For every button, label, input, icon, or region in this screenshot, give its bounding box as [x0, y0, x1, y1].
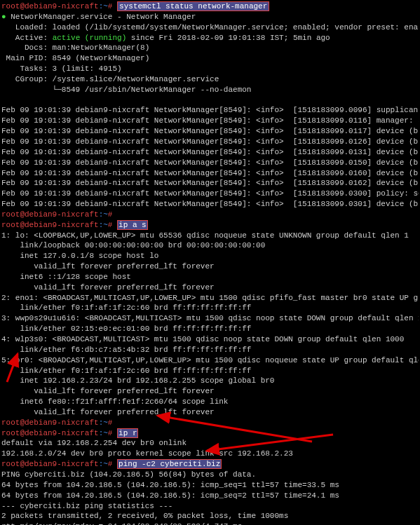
ip-line: 3: wwp0s29u1u6i6: <BROADCAST,MULTICAST> …: [1, 313, 419, 324]
route-line: default via 192.168.2.254 dev br0 onlink: [1, 438, 419, 449]
ip-line: link/ether f0:1f:af:1f:2c:60 brd ff:ff:f…: [1, 366, 419, 376]
ping-line: 64 bytes from 104.20.186.5 (104.20.186.5…: [1, 491, 419, 501]
prompt-line-2[interactable]: root@debian9-nixcraft:~# ip a s: [1, 220, 419, 231]
terminal-output: root@debian9-nixcraft:~# systemctl statu…: [1, 1, 419, 525]
cgroup-line2: └─8549 /usr/sbin/NetworkManager --no-dae…: [1, 85, 419, 95]
log-line: Feb 09 19:01:39 debian9-nixcraft Network…: [1, 168, 419, 179]
tasks-line: Tasks: 3 (limit: 4915): [1, 64, 419, 74]
ip-line: valid_lft forever preferred_lft forever: [1, 261, 419, 272]
pid-line: Main PID: 8549 (NetworkManager): [1, 53, 419, 64]
route-line: 192.168.2.0/24 dev br0 proto kernel scop…: [1, 449, 419, 459]
ping-line: 2 packets transmitted, 2 received, 0% pa…: [1, 511, 419, 521]
prompt-empty[interactable]: root@debian9-nixcraft:~#: [1, 418, 419, 428]
ip-line: 5: br0: <BROADCAST,MULTICAST,UP,LOWER_UP…: [1, 355, 419, 366]
cgroup-line1: CGroup: /system.slice/NetworkManager.ser…: [1, 74, 419, 85]
log-line: Feb 09 19:01:39 debian9-nixcraft Network…: [1, 126, 419, 137]
command-ip-r: ip r: [117, 428, 138, 438]
prompt-line-4[interactable]: root@debian9-nixcraft:~# ping -c2 cyberc…: [1, 459, 419, 470]
ip-line: 2: eno1: <BROADCAST,MULTICAST,UP,LOWER_U…: [1, 293, 419, 304]
ip-line: 4: wlp3s0: <BROADCAST,MULTICAST> mtu 150…: [1, 334, 419, 345]
log-line: Feb 09 19:01:39 debian9-nixcraft Network…: [1, 116, 419, 126]
ping-line: --- cyberciti.biz ping statistics ---: [1, 501, 419, 512]
docs-line: Docs: man:NetworkManager(8): [1, 43, 419, 53]
ip-line: valid_lft forever preferred_lft forever: [1, 282, 419, 293]
command-ip-a-s: ip a s: [117, 220, 148, 230]
ip-line: valid_lft forever preferred_lft forever: [1, 386, 419, 397]
service-header: ● NetworkManager.service - Network Manag…: [1, 12, 419, 22]
ip-line: 1: lo: <LOOPBACK,UP,LOWER_UP> mtu 65536 …: [1, 231, 419, 241]
loaded-line: Loaded: loaded (/lib/systemd/system/Netw…: [1, 22, 419, 33]
ip-line: link/loopback 00:00:00:00:00:00 brd 00:0…: [1, 240, 419, 251]
prompt-line-3[interactable]: root@debian9-nixcraft:~# ip r: [1, 428, 419, 439]
ip-line: inet 192.168.2.23/24 brd 192.168.2.255 s…: [1, 376, 419, 386]
ip-line: link/ether f6:db:c7:a5:4b:32 brd ff:ff:f…: [1, 345, 419, 355]
ip-line: valid_lft forever preferred_lft forever: [1, 407, 419, 418]
ip-line: inet 127.0.0.1/8 scope host lo: [1, 251, 419, 261]
log-line: Feb 09 19:01:39 debian9-nixcraft Network…: [1, 189, 419, 199]
log-line: Feb 09 19:01:39 debian9-nixcraft Network…: [1, 147, 419, 158]
command-ping: ping -c2 cyberciti.biz: [117, 459, 222, 469]
log-line: Feb 09 19:01:39 debian9-nixcraft Network…: [1, 105, 419, 116]
blank: [1, 95, 419, 106]
prompt-empty[interactable]: root@debian9-nixcraft:~#: [1, 210, 419, 220]
log-line: Feb 09 19:01:39 debian9-nixcraft Network…: [1, 199, 419, 210]
log-line: Feb 09 19:01:39 debian9-nixcraft Network…: [1, 178, 419, 189]
ip-line: inet6 ::1/128 scope host: [1, 272, 419, 282]
ip-line: link/ether 02:15:e0:ec:01:00 brd ff:ff:f…: [1, 324, 419, 334]
active-line: Active: active (running) since Fri 2018-…: [1, 33, 419, 43]
prompt-line-1[interactable]: root@debian9-nixcraft:~# systemctl statu…: [1, 1, 419, 12]
ping-line: rtt min/avg/max/mdev = 24.104/28.848/33.…: [1, 521, 419, 525]
prompt-user: root: [1, 2, 20, 11]
log-line: Feb 09 19:01:39 debian9-nixcraft Network…: [1, 158, 419, 168]
ip-line: inet6 fe80::f21f:afff:fe1f:2c60/64 scope…: [1, 397, 419, 407]
ip-line: link/ether f0:1f:af:1f:2c:60 brd ff:ff:f…: [1, 303, 419, 313]
ping-line: 64 bytes from 104.20.186.5 (104.20.186.5…: [1, 480, 419, 491]
log-line: Feb 09 19:01:39 debian9-nixcraft Network…: [1, 137, 419, 147]
command-systemctl: systemctl status network-manager: [117, 1, 269, 11]
ping-line: PING cyberciti.biz (104.20.186.5) 56(84)…: [1, 470, 419, 480]
